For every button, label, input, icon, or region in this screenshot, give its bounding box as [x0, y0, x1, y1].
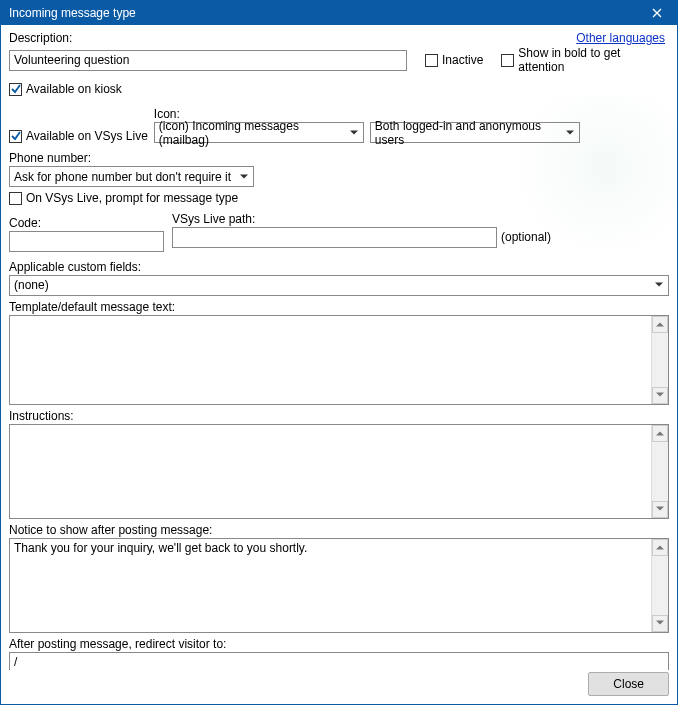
notice-label: Notice to show after posting message: — [9, 523, 669, 537]
code-label: Code: — [9, 216, 164, 230]
available-kiosk-checkbox[interactable]: Available on kiosk — [9, 82, 122, 96]
custom-fields-label: Applicable custom fields: — [9, 260, 669, 274]
instructions-area[interactable] — [9, 424, 669, 519]
scrollbar[interactable] — [651, 425, 668, 518]
prompt-message-type-checkbox[interactable]: On VSys Live, prompt for message type — [9, 191, 238, 205]
icon-select[interactable]: (icon) Incoming messages (mailbag) — [154, 122, 364, 143]
scroll-down-button[interactable] — [652, 501, 668, 518]
scrollbar[interactable] — [651, 539, 668, 632]
other-languages-link[interactable]: Other languages — [576, 31, 665, 45]
inactive-checkbox[interactable]: Inactive — [425, 53, 483, 67]
checkbox-box — [501, 54, 514, 67]
scrollbar[interactable] — [651, 316, 668, 404]
instructions-label: Instructions: — [9, 409, 669, 423]
code-input[interactable] — [9, 231, 164, 252]
window-title: Incoming message type — [9, 6, 637, 20]
template-text-area[interactable] — [9, 315, 669, 405]
redirect-input[interactable] — [9, 652, 669, 671]
available-kiosk-label: Available on kiosk — [26, 82, 122, 96]
optional-label: (optional) — [501, 230, 551, 244]
chevron-down-icon — [347, 126, 361, 140]
scroll-up-button[interactable] — [652, 425, 668, 442]
checkbox-box — [9, 83, 22, 96]
checkbox-box — [9, 192, 22, 205]
available-vsys-live-label: Available on VSys Live — [26, 129, 148, 143]
chevron-down-icon — [652, 278, 666, 292]
phone-number-label: Phone number: — [9, 151, 669, 165]
chevron-down-icon — [237, 170, 251, 184]
phone-number-value: Ask for phone number but don't require i… — [14, 170, 231, 184]
vsys-live-path-input[interactable] — [172, 227, 497, 248]
custom-fields-value: (none) — [14, 278, 49, 292]
chevron-down-icon — [564, 126, 577, 140]
scroll-up-button[interactable] — [652, 539, 668, 556]
dialog-window: Incoming message type Other languages De… — [0, 0, 678, 705]
access-mode-select[interactable]: Both logged-in and anonymous users — [370, 122, 580, 143]
phone-number-select[interactable]: Ask for phone number but don't require i… — [9, 166, 254, 187]
available-vsys-live-checkbox[interactable]: Available on VSys Live — [9, 129, 148, 143]
show-bold-label: Show in bold to get attention — [518, 46, 669, 74]
template-text-label: Template/default message text: — [9, 300, 669, 314]
close-button[interactable]: Close — [588, 672, 669, 696]
icon-select-value: (icon) Incoming messages (mailbag) — [159, 119, 347, 147]
checkbox-box — [9, 130, 22, 143]
titlebar: Incoming message type — [1, 1, 677, 25]
close-icon — [652, 8, 662, 18]
vsys-live-path-label: VSys Live path: — [172, 212, 551, 226]
notice-area[interactable]: Thank you for your inquiry, we'll get ba… — [9, 538, 669, 633]
description-input[interactable] — [9, 50, 407, 71]
scroll-down-button[interactable] — [652, 387, 668, 404]
scroll-down-button[interactable] — [652, 615, 668, 632]
inactive-label: Inactive — [442, 53, 483, 67]
scroll-up-button[interactable] — [652, 316, 668, 333]
show-bold-checkbox[interactable]: Show in bold to get attention — [501, 46, 669, 74]
dialog-footer: Close — [1, 670, 677, 704]
custom-fields-select[interactable]: (none) — [9, 275, 669, 296]
prompt-message-type-label: On VSys Live, prompt for message type — [26, 191, 238, 205]
checkbox-box — [425, 54, 438, 67]
instructions-value — [10, 425, 651, 518]
redirect-label: After posting message, redirect visitor … — [9, 637, 669, 651]
description-label: Description: — [9, 31, 669, 45]
notice-value: Thank you for your inquiry, we'll get ba… — [10, 539, 651, 632]
dialog-content: Other languages Description: Inactive Sh… — [1, 25, 677, 670]
access-mode-value: Both logged-in and anonymous users — [375, 119, 564, 147]
template-text-value — [10, 316, 651, 404]
window-close-button[interactable] — [637, 1, 677, 25]
